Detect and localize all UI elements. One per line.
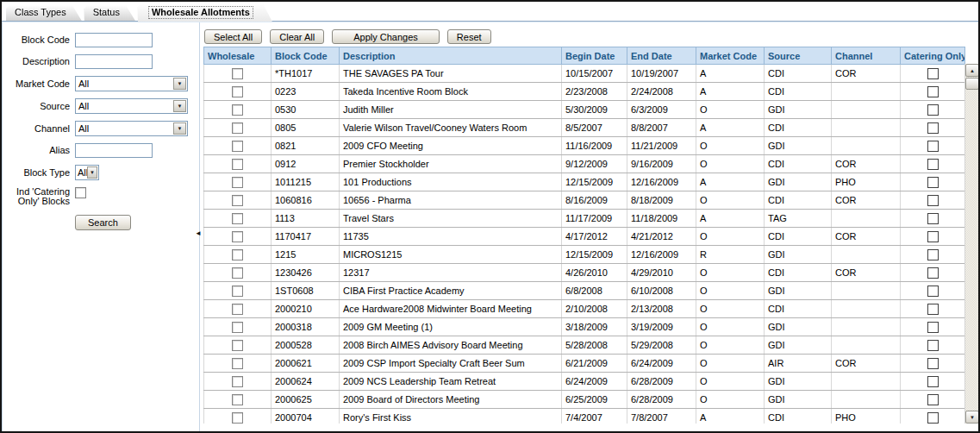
- cell-description: 101 Productions: [340, 173, 562, 191]
- chevron-down-icon[interactable]: ▼: [173, 100, 186, 112]
- wholesale-checkbox[interactable]: [232, 104, 243, 116]
- catering-only-checkbox[interactable]: [927, 322, 939, 333]
- col-header-channel[interactable]: Channel: [832, 47, 901, 65]
- table-row: 0530Judith Miller5/30/20096/3/2009OGDI: [204, 101, 965, 119]
- cell-block-code: 2000704: [272, 409, 340, 424]
- wholesale-checkbox[interactable]: [232, 267, 243, 279]
- scroll-thumb[interactable]: [965, 78, 978, 90]
- apply-changes-button[interactable]: Apply Changes: [332, 29, 440, 44]
- catering-only-checkbox[interactable]: [927, 213, 939, 224]
- catering-only-checkbox[interactable]: [927, 231, 939, 242]
- wholesale-checkbox[interactable]: [232, 213, 243, 224]
- panel-divider: ◄: [197, 22, 200, 431]
- cell-wholesale: [204, 119, 272, 137]
- col-header-wholesale[interactable]: Wholesale: [204, 47, 272, 65]
- catering-only-checkbox[interactable]: [927, 376, 939, 387]
- wholesale-checkbox[interactable]: [232, 231, 243, 242]
- cell-wholesale: [204, 137, 272, 155]
- catering-only-checkbox[interactable]: [927, 340, 939, 351]
- wholesale-checkbox[interactable]: [232, 394, 243, 405]
- tab-wholesale-allotments[interactable]: Wholesale Allotments: [138, 3, 272, 22]
- cell-begin-date: 12/15/2009: [562, 173, 627, 191]
- channel-select[interactable]: All ▼: [75, 121, 188, 136]
- tab-class-types[interactable]: Class Types: [6, 5, 82, 21]
- wholesale-checkbox[interactable]: [232, 286, 243, 297]
- cell-source: GDI: [765, 391, 832, 409]
- source-value: All: [76, 101, 173, 111]
- col-header-begin-date[interactable]: Begin Date: [562, 47, 627, 65]
- catering-only-checkbox[interactable]: [927, 104, 939, 116]
- wholesale-checkbox[interactable]: [232, 141, 243, 152]
- catering-only-checkbox[interactable]: [927, 159, 939, 170]
- catering-only-checkbox[interactable]: [927, 394, 939, 405]
- wholesale-checkbox[interactable]: [232, 86, 243, 97]
- search-button[interactable]: Search: [75, 215, 131, 230]
- col-header-description[interactable]: Description: [340, 47, 562, 65]
- select-all-button[interactable]: Select All: [204, 29, 262, 44]
- block-type-select[interactable]: All ▼: [75, 165, 99, 180]
- catering-only-checkbox[interactable]: [927, 122, 939, 134]
- cell-wholesale: [204, 65, 272, 83]
- cell-channel: COR: [832, 264, 901, 282]
- cell-source: AIR: [765, 355, 832, 373]
- wholesale-checkbox[interactable]: [232, 412, 243, 424]
- catering-only-checkbox[interactable]: [927, 177, 939, 188]
- cell-market-code: O: [696, 191, 765, 210]
- catering-only-checkbox[interactable]: [927, 68, 939, 79]
- catering-only-checkbox[interactable]: [927, 304, 939, 315]
- catering-only-checkbox[interactable]: [927, 267, 939, 279]
- description-label: Description: [4, 57, 70, 66]
- cell-channel: [832, 282, 901, 300]
- clear-all-button[interactable]: Clear All: [270, 29, 324, 44]
- wholesale-checkbox[interactable]: [232, 358, 243, 369]
- catering-only-checkbox[interactable]: [927, 86, 939, 97]
- source-select[interactable]: All ▼: [75, 98, 188, 114]
- wholesale-checkbox[interactable]: [232, 340, 243, 351]
- wholesale-checkbox[interactable]: [232, 376, 243, 387]
- wholesale-checkbox[interactable]: [232, 177, 243, 188]
- wholesale-checkbox[interactable]: [232, 249, 243, 260]
- catering-only-checkbox[interactable]: [927, 195, 939, 206]
- catering-only-checkbox[interactable]: [927, 286, 939, 297]
- wholesale-checkbox[interactable]: [232, 159, 243, 170]
- cell-catering-only: [901, 191, 965, 210]
- alias-label: Alias: [4, 146, 70, 155]
- cell-source: CDI: [765, 300, 832, 318]
- cell-market-code: O: [696, 228, 765, 246]
- wholesale-checkbox[interactable]: [232, 195, 243, 206]
- col-header-block-code[interactable]: Block Code: [272, 47, 340, 65]
- wholesale-checkbox[interactable]: [232, 304, 243, 315]
- wholesale-checkbox[interactable]: [232, 122, 243, 134]
- cell-catering-only: [901, 336, 965, 355]
- vertical-scrollbar[interactable]: ▲ ▼: [964, 64, 978, 424]
- scroll-down-icon[interactable]: ▼: [965, 411, 978, 424]
- chevron-down-icon[interactable]: ▼: [173, 122, 186, 135]
- cell-end-date: 7/8/2007: [627, 409, 696, 424]
- col-header-source[interactable]: Source: [765, 47, 832, 65]
- cell-description: 11735: [340, 228, 562, 246]
- catering-only-filter-checkbox[interactable]: [75, 187, 86, 198]
- chevron-down-icon[interactable]: ▼: [87, 166, 97, 179]
- col-header-end-date[interactable]: End Date: [627, 47, 696, 65]
- scroll-up-icon[interactable]: ▲: [965, 64, 978, 77]
- sidebar-collapse-handle[interactable]: ◄: [195, 229, 202, 238]
- alias-input[interactable]: [75, 143, 153, 158]
- market-code-select[interactable]: All ▼: [75, 76, 188, 91]
- cell-end-date: 9/16/2009: [627, 155, 696, 173]
- table-row: 1ST0608CIBA First Practice Academy6/8/20…: [204, 282, 965, 300]
- block-code-input[interactable]: [75, 33, 153, 47]
- catering-only-checkbox[interactable]: [927, 412, 939, 424]
- catering-only-checkbox[interactable]: [927, 141, 939, 152]
- catering-only-checkbox[interactable]: [927, 358, 939, 369]
- reset-button[interactable]: Reset: [447, 29, 491, 44]
- tab-status[interactable]: Status: [84, 5, 135, 21]
- table-row: 0223Takeda Incentive Room Block2/23/2008…: [204, 83, 965, 101]
- col-header-catering-only[interactable]: Catering Only: [901, 47, 965, 65]
- col-header-market-code[interactable]: Market Code: [696, 47, 765, 65]
- catering-only-checkbox[interactable]: [927, 249, 939, 260]
- description-input[interactable]: [75, 54, 153, 69]
- wholesale-checkbox[interactable]: [232, 68, 243, 79]
- wholesale-checkbox[interactable]: [232, 322, 243, 333]
- cell-wholesale: [204, 373, 272, 391]
- chevron-down-icon[interactable]: ▼: [173, 78, 186, 90]
